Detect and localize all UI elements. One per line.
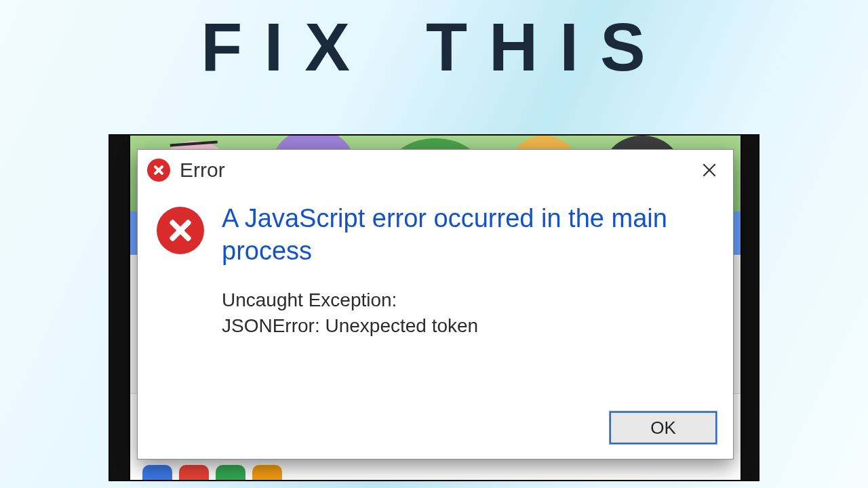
footer-icon xyxy=(216,465,245,480)
close-icon xyxy=(701,161,718,179)
background-footer-icons xyxy=(130,465,741,481)
error-dialog: Error A JavaScript error occurred in the… xyxy=(137,149,734,460)
page-headline: FIXTHIS xyxy=(0,0,868,86)
ok-button[interactable]: OK xyxy=(610,411,717,444)
dialog-titlebar[interactable]: Error xyxy=(138,150,733,190)
error-detail-line: Uncaught Exception: xyxy=(222,287,714,313)
dialog-body: A JavaScript error occurred in the main … xyxy=(138,190,733,339)
error-icon xyxy=(147,159,170,182)
error-detail-line: JSONError: Unexpected token xyxy=(222,313,714,339)
headline-word-2: THIS xyxy=(426,9,667,85)
dialog-footer: OK xyxy=(610,411,717,444)
dialog-title: Error xyxy=(180,159,225,182)
footer-icon xyxy=(252,465,282,480)
footer-icon xyxy=(142,465,172,480)
error-headline: A JavaScript error occurred in the main … xyxy=(222,203,714,267)
error-details: Uncaught Exception: JSONError: Unexpecte… xyxy=(222,287,714,339)
footer-icon xyxy=(179,465,209,480)
close-button[interactable] xyxy=(690,154,729,186)
error-icon-large xyxy=(157,207,204,254)
headline-word-1: FIX xyxy=(201,9,372,85)
